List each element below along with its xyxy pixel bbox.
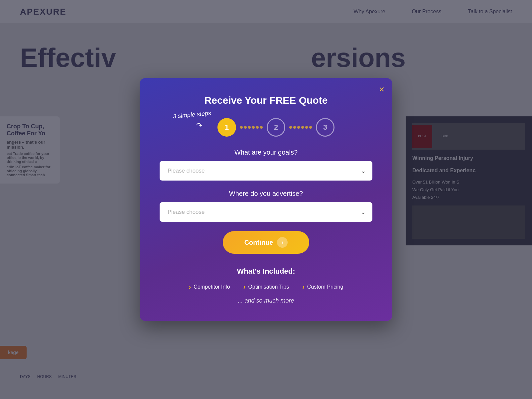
question-1: What are your goals? <box>160 149 372 156</box>
step-3: 3 <box>316 118 334 137</box>
steps-arrow: ↷ <box>196 121 202 130</box>
step-1: 1 <box>217 118 236 137</box>
whats-included-title: What's Included: <box>160 267 372 276</box>
continue-arrow-icon: › <box>277 237 288 248</box>
included-label-competitor: Competitor Info <box>194 284 230 290</box>
included-more: ... and so much more <box>160 297 372 304</box>
included-label-optimisation: Optimisation Tips <box>248 284 289 290</box>
goals-select[interactable]: Please choose <box>160 161 372 181</box>
question-2: Where do you advertise? <box>160 190 372 198</box>
select-wrapper-2: Please choose ⌄ <box>160 202 372 222</box>
included-item-competitor: › Competitor Info <box>189 283 230 291</box>
select-wrapper-1: Please choose ⌄ <box>160 161 372 181</box>
steps-container: 3 simple steps ↷ 1 2 <box>160 118 372 137</box>
close-button[interactable]: × <box>379 85 384 94</box>
steps-row: 1 2 <box>217 118 334 137</box>
chevron-icon-2: › <box>243 283 246 291</box>
continue-button[interactable]: Continue › <box>223 231 309 254</box>
included-label-pricing: Custom Pricing <box>307 284 343 290</box>
advertise-select[interactable]: Please choose <box>160 202 372 222</box>
included-item-optimisation: › Optimisation Tips <box>243 283 289 291</box>
modal-dialog: × Receive Your FREE Quote 3 simple steps… <box>140 78 392 321</box>
continue-label: Continue <box>244 239 273 246</box>
step-dots-2 <box>285 126 316 129</box>
modal-overlay: × Receive Your FREE Quote 3 simple steps… <box>0 0 532 399</box>
included-items: › Competitor Info › Optimisation Tips › … <box>160 283 372 291</box>
step-dots-1 <box>236 126 267 129</box>
modal-title: Receive Your FREE Quote <box>160 95 372 106</box>
chevron-icon-1: › <box>189 283 191 291</box>
included-item-pricing: › Custom Pricing <box>302 283 343 291</box>
steps-label: 3 simple steps <box>173 110 211 120</box>
step-2: 2 <box>267 118 285 137</box>
chevron-icon-3: › <box>302 283 305 291</box>
